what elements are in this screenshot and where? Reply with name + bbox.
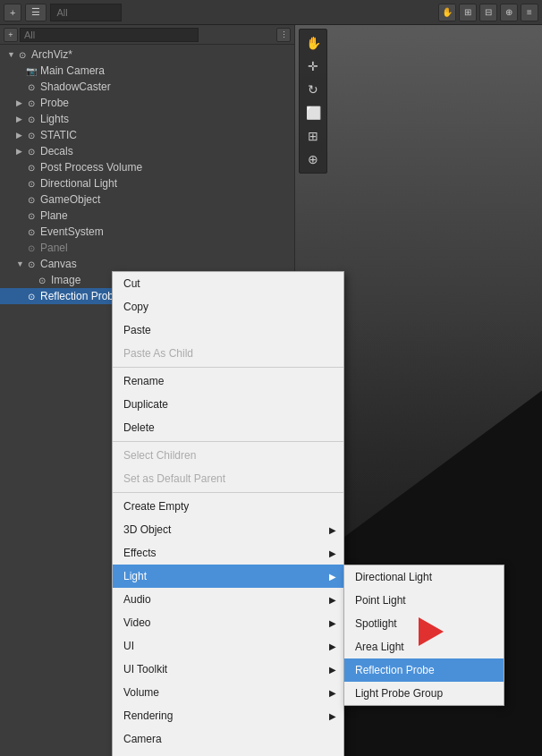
menu-item-cut[interactable]: Cut bbox=[113, 272, 343, 295]
canvas-icon: ⊙ bbox=[25, 258, 38, 270]
submenu-arrow-effects: ▶ bbox=[329, 548, 336, 558]
scale-tool-viewport-btn[interactable]: ⬜ bbox=[302, 102, 324, 123]
hierarchy-label-lights: Lights bbox=[40, 113, 69, 125]
submenu-item-light-probe-group[interactable]: Light Probe Group bbox=[344, 682, 504, 705]
hierarchy-item-lights[interactable]: ▶ ⊙ Lights bbox=[0, 111, 294, 127]
rect-tool-viewport-btn[interactable]: ⊞ bbox=[302, 125, 324, 147]
context-menu: Cut Copy Paste Paste As Child Rename Dup… bbox=[112, 271, 344, 756]
submenu-item-reflection-probe[interactable]: Reflection Probe bbox=[344, 658, 504, 682]
layers-btn[interactable]: ≡ bbox=[521, 4, 538, 21]
hierarchy-label-gameobject: GameObject bbox=[40, 193, 100, 206]
hierarchy-label-canvas: Canvas bbox=[40, 258, 77, 270]
menu-item-set-default-parent: Set as Default Parent bbox=[113, 467, 343, 490]
search-input[interactable] bbox=[50, 4, 122, 21]
hierarchy-item-static[interactable]: ▶ ⊙ STATIC bbox=[0, 127, 294, 143]
menu-item-paste-as-child: Paste As Child bbox=[113, 342, 343, 365]
hierarchy-label-plane: Plane bbox=[40, 209, 68, 222]
hand-tool-btn[interactable]: ✋ bbox=[438, 4, 456, 21]
shadowcaster-icon: ⊙ bbox=[25, 81, 38, 93]
snap-btn[interactable]: ⊟ bbox=[479, 4, 497, 21]
hierarchy-label-image: Image bbox=[51, 274, 80, 286]
menu-item-copy[interactable]: Copy bbox=[113, 295, 343, 319]
hand-tool-viewport-btn[interactable]: ✋ bbox=[302, 32, 324, 54]
submenu-arrow-light: ▶ bbox=[329, 572, 336, 582]
submenu-arrow-ui: ▶ bbox=[329, 641, 336, 651]
add-button[interactable]: + bbox=[4, 4, 21, 21]
arrow-indicator bbox=[419, 617, 444, 646]
menu-item-volume[interactable]: Volume ▶ bbox=[113, 681, 343, 704]
menu-item-duplicate[interactable]: Duplicate bbox=[113, 393, 343, 416]
menu-item-camera[interactable]: Camera bbox=[113, 727, 343, 751]
menu-item-paste[interactable]: Paste bbox=[113, 319, 343, 342]
menu-item-3d-object[interactable]: 3D Object ▶ bbox=[113, 518, 343, 541]
hierarchy-label-probe: Probe bbox=[40, 97, 69, 109]
hierarchy-item-post-process[interactable]: ⊙ Post Process Volume bbox=[0, 159, 294, 175]
menu-item-create-empty[interactable]: Create Empty bbox=[113, 495, 343, 518]
hierarchy-item-panel[interactable]: ⊙ Panel bbox=[0, 240, 294, 256]
rotate-tool-viewport-btn[interactable]: ↻ bbox=[302, 79, 324, 100]
hierarchy-label-event-system: EventSystem bbox=[40, 225, 104, 238]
menu-button[interactable]: ☰ bbox=[25, 4, 47, 21]
submenu-arrow-volume: ▶ bbox=[329, 688, 336, 698]
hierarchy-item-probe[interactable]: ▶ ⊙ Probe bbox=[0, 95, 294, 111]
hierarchy-add-btn[interactable]: + bbox=[4, 28, 18, 42]
static-icon: ⊙ bbox=[25, 129, 38, 141]
menu-item-video[interactable]: Video ▶ bbox=[113, 611, 343, 634]
panel-icon: ⊙ bbox=[25, 242, 38, 254]
transform-tool-viewport-btn[interactable]: ⊕ bbox=[302, 149, 324, 170]
menu-item-ui[interactable]: UI ▶ bbox=[113, 634, 343, 658]
hierarchy-label-shadowcaster: ShadowCaster bbox=[40, 81, 111, 93]
menu-item-ui-toolkit[interactable]: UI Toolkit ▶ bbox=[113, 658, 343, 681]
menu-item-visual-scripting[interactable]: Visual Scripting Scene Variables bbox=[113, 751, 343, 756]
menu-item-light[interactable]: Light ▶ Directional Light Point Light Sp… bbox=[113, 565, 343, 588]
hierarchy-item-decals[interactable]: ▶ ⊙ Decals bbox=[0, 143, 294, 159]
menu-item-select-children: Select Children bbox=[113, 444, 343, 467]
submenu-arrow-rendering: ▶ bbox=[329, 711, 336, 721]
hierarchy-label-main-camera: Main Camera bbox=[40, 64, 105, 77]
hierarchy-label-decals: Decals bbox=[40, 145, 73, 157]
grid-tool-btn[interactable]: ⊞ bbox=[459, 4, 477, 21]
hierarchy-items: ▼ ⊙ ArchViz* 📷 Main Camera ⊙ ShadowCaste… bbox=[0, 45, 294, 306]
hierarchy-label-static: STATIC bbox=[40, 129, 77, 141]
post-process-icon: ⊙ bbox=[25, 161, 38, 174]
submenu-arrow-video: ▶ bbox=[329, 618, 336, 628]
hierarchy-search-input[interactable] bbox=[20, 28, 199, 42]
lights-icon: ⊙ bbox=[25, 113, 38, 125]
arrow-archviz: ▼ bbox=[7, 50, 16, 59]
gameobject-icon: ⊙ bbox=[25, 193, 38, 206]
hierarchy-item-archviz[interactable]: ▼ ⊙ ArchViz* bbox=[0, 47, 294, 63]
hierarchy-label-post-process: Post Process Volume bbox=[40, 161, 142, 174]
hierarchy-label-dir-light: Directional Light bbox=[40, 177, 117, 190]
hierarchy-item-event-system[interactable]: ⊙ EventSystem bbox=[0, 224, 294, 240]
top-toolbar: + ☰ ✋ ⊞ ⊟ ⊕ ≡ bbox=[0, 0, 542, 25]
eventsystem-icon: ⊙ bbox=[25, 225, 38, 238]
menu-item-effects[interactable]: Effects ▶ bbox=[113, 541, 343, 565]
menu-item-rendering[interactable]: Rendering ▶ bbox=[113, 704, 343, 727]
hierarchy-label-archviz: ArchViz* bbox=[31, 48, 72, 61]
decals-icon: ⊙ bbox=[25, 145, 38, 157]
hierarchy-item-gameobject[interactable]: ⊙ GameObject bbox=[0, 191, 294, 208]
move-tool-viewport-btn[interactable]: ✛ bbox=[302, 55, 324, 77]
scene-icon: ⊙ bbox=[16, 48, 29, 61]
submenu-item-point-light[interactable]: Point Light bbox=[344, 589, 504, 612]
dir-light-icon: ⊙ bbox=[25, 177, 38, 190]
menu-item-rename[interactable]: Rename bbox=[113, 370, 343, 393]
plane-icon: ⊙ bbox=[25, 209, 38, 222]
hierarchy-item-main-camera[interactable]: 📷 Main Camera bbox=[0, 63, 294, 79]
viewport-toolbar: ✋ ✛ ↻ ⬜ ⊞ ⊕ bbox=[299, 29, 327, 174]
submenu-item-directional-light[interactable]: Directional Light bbox=[344, 565, 504, 589]
hierarchy-options-btn[interactable]: ⋮ bbox=[276, 28, 291, 42]
hierarchy-item-shadowcaster[interactable]: ⊙ ShadowCaster bbox=[0, 79, 294, 95]
hierarchy-label-reflection-probe: Reflection Probe bbox=[40, 290, 120, 302]
separator-3 bbox=[113, 492, 343, 493]
hierarchy-item-canvas[interactable]: ▼ ⊙ Canvas bbox=[0, 256, 294, 272]
hierarchy-item-dir-light[interactable]: ⊙ Directional Light bbox=[0, 175, 294, 191]
menu-item-delete[interactable]: Delete bbox=[113, 416, 343, 439]
submenu-arrow-3d: ▶ bbox=[329, 525, 336, 535]
menu-item-audio[interactable]: Audio ▶ bbox=[113, 588, 343, 611]
hierarchy-header: + ⋮ bbox=[0, 25, 294, 45]
hierarchy-item-plane[interactable]: ⊙ Plane bbox=[0, 208, 294, 224]
separator-1 bbox=[113, 367, 343, 368]
gizmo-btn[interactable]: ⊕ bbox=[500, 4, 518, 21]
probe-icon: ⊙ bbox=[25, 97, 38, 109]
